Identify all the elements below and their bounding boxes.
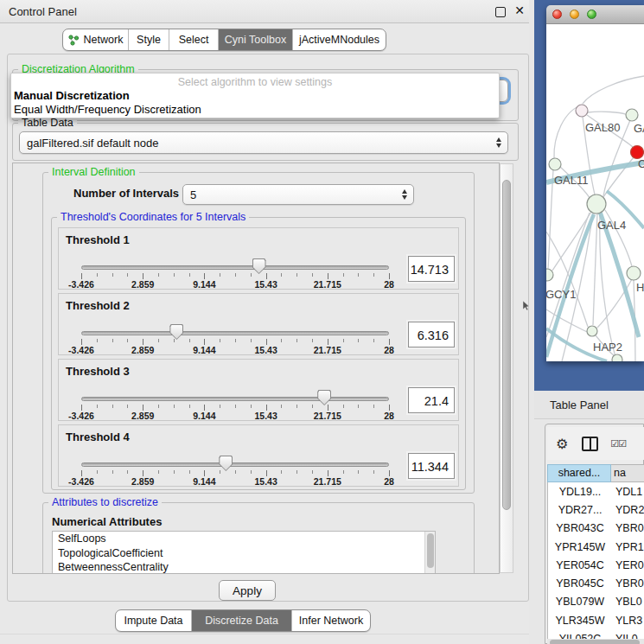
cell-name: YIL0 — [612, 633, 644, 639]
split-view-icon[interactable] — [582, 437, 598, 451]
tab-network[interactable]: Network — [63, 29, 129, 50]
slider-track[interactable] — [81, 265, 389, 270]
tick-label: 15.43 — [254, 345, 277, 355]
table-row[interactable]: YPR145WYPR1 — [548, 538, 644, 556]
number-of-intervals-combo[interactable]: 5 — [182, 184, 414, 205]
tick-label: 21.715 — [314, 345, 341, 355]
float-icon[interactable] — [495, 7, 506, 17]
attribute-item-topologicalcoefficient[interactable]: TopologicalCoefficient — [53, 546, 435, 561]
threshold-row: Threshold 2 -3.4262.8599.14415.4321.7152… — [58, 293, 459, 355]
network-edge[interactable] — [583, 76, 644, 104]
tab-label: Discretize Data — [205, 615, 278, 627]
threshold-value-box[interactable]: 14.713 — [408, 256, 455, 282]
slider-track[interactable] — [81, 462, 389, 467]
tab-impute-data[interactable]: Impute Data — [116, 610, 192, 631]
tick-label: 21.715 — [314, 411, 341, 421]
tick-label: -3.426 — [68, 476, 94, 487]
HAP2-node[interactable] — [587, 326, 597, 336]
tab-style[interactable]: Style — [129, 29, 169, 50]
network-edge[interactable] — [548, 170, 553, 269]
tab-discretize-data[interactable]: Discretize Data — [192, 610, 292, 631]
popup-option-equal-width[interactable]: Equal Width/Frequency Discretization — [11, 103, 499, 117]
table-data-combo[interactable]: galFiltered.sif default node — [19, 131, 508, 154]
table-row[interactable]: YBR043CYBR0 — [548, 520, 644, 538]
zoom-traffic-light-icon[interactable] — [587, 10, 596, 19]
network-view[interactable]: GAL80GACGAL11GAL4GCY1HHAP2 — [546, 24, 644, 361]
cell-name: YBR0 — [612, 577, 644, 590]
tick-label: 2.859 — [131, 279, 154, 290]
tab-label: Network — [84, 34, 124, 46]
algorithm-dropdown-popup: Select algorithm to view settings Manual… — [10, 73, 500, 118]
slider-tick-labels: -3.4262.8599.14415.4321.71528 — [81, 411, 389, 421]
network-edge[interactable] — [588, 112, 626, 114]
interval-definition-title: Interval Definition — [48, 166, 139, 179]
tick-label: 9.144 — [193, 279, 215, 290]
node-label-hap2: HAP2 — [593, 341, 622, 354]
node[interactable] — [627, 266, 641, 280]
screen: Control Panel ✕ NetworkStyleSelectCyni T… — [0, 0, 644, 644]
node-label-gal4: GAL4 — [597, 219, 626, 232]
tick-label: 28 — [384, 279, 394, 290]
cell-shared-name: YBL079W — [548, 596, 612, 608]
table-data-combo-value: galFiltered.sif default node — [27, 137, 158, 150]
table-row[interactable]: YBR045CYBR0 — [548, 574, 644, 592]
tab-cyni-toolbox[interactable]: Cyni Toolbox — [219, 29, 293, 50]
thresholds-group-title: Threshold's Coordinates for 5 Intervals — [57, 211, 249, 224]
close-icon[interactable]: ✕ — [514, 3, 525, 17]
table-row[interactable]: YDL19...YDL1 — [548, 482, 644, 501]
table-row[interactable]: YDR27...YDR2 — [548, 501, 644, 519]
tick-label: 2.859 — [131, 411, 154, 421]
cell-shared-name: YIL052C — [548, 633, 612, 639]
GAL4-node[interactable] — [587, 194, 606, 214]
tab-select[interactable]: Select — [169, 29, 219, 50]
minimize-traffic-light-icon[interactable] — [570, 10, 579, 19]
GAL80-node[interactable] — [576, 105, 588, 117]
node[interactable] — [626, 109, 638, 121]
apply-button[interactable]: Apply — [219, 580, 276, 601]
table-row[interactable]: YLR345WYLR3 — [548, 611, 644, 629]
threshold-row: Threshold 3 -3.4262.8599.14415.4321.7152… — [58, 359, 459, 421]
tab-infer-network[interactable]: Infer Network — [292, 610, 370, 631]
node[interactable] — [612, 354, 622, 361]
attribute-item-betweennesscentrality[interactable]: BetweennessCentrality — [53, 560, 435, 574]
gear-icon[interactable]: ⚙ — [556, 436, 568, 452]
numerical-attributes-list[interactable]: SelfLoopsTopologicalCoefficientBetweenne… — [52, 531, 436, 574]
list-scrollbar[interactable] — [424, 532, 435, 574]
threshold-label: Threshold 1 — [66, 233, 130, 246]
column-header-shared-name[interactable]: shared... — [547, 464, 611, 482]
select-columns-icon[interactable]: ☑☑ — [610, 438, 626, 450]
cell-name: YDL1 — [612, 486, 644, 498]
slider-track[interactable] — [81, 397, 389, 401]
slider-thumb[interactable] — [219, 456, 233, 471]
threshold-value-box[interactable]: 21.4 — [408, 387, 455, 413]
network-window-titlebar[interactable] — [546, 5, 644, 24]
panel-scrollbar-thumb[interactable] — [502, 180, 511, 510]
column-header-name[interactable]: na — [611, 464, 644, 482]
slider-track[interactable] — [81, 331, 389, 335]
table-row[interactable]: YIL052CYIL0 — [548, 629, 644, 639]
tick-label: -3.426 — [68, 279, 94, 290]
slider-thumb[interactable] — [252, 258, 266, 274]
cell-shared-name: YPR145W — [548, 541, 612, 553]
slider-thumb[interactable] — [317, 390, 331, 405]
threshold-value-box[interactable]: 6.316 — [408, 322, 455, 348]
panel-scrollbar[interactable] — [500, 163, 513, 573]
node-label-c: C — [638, 157, 644, 170]
cell-name: YBR0 — [612, 522, 644, 534]
threshold-value-box[interactable]: 11.344 — [408, 453, 455, 479]
threshold-label: Threshold 3 — [66, 365, 130, 378]
attribute-item-selfloops[interactable]: SelfLoops — [53, 532, 435, 546]
settings-scroll-panel: Interval Definition Number of Intervals … — [12, 163, 500, 574]
table-row[interactable]: YER054CYER0 — [548, 556, 644, 574]
tab-jactivemnodules[interactable]: jActiveMNodules — [293, 29, 386, 50]
tick-label: -3.426 — [68, 345, 94, 355]
tab-label: Cyni Toolbox — [225, 34, 286, 46]
table-row[interactable]: YBL079WYBL0 — [548, 593, 644, 611]
close-traffic-light-icon[interactable] — [552, 10, 562, 19]
slider-thumb[interactable] — [169, 324, 183, 340]
table-hscrollbar[interactable] — [547, 639, 644, 644]
popup-option-manual[interactable]: Manual Discretization — [11, 89, 499, 103]
threshold-row: Threshold 1 -3.4262.8599.14415.4321.7152… — [58, 227, 459, 290]
node[interactable] — [549, 158, 561, 170]
node[interactable] — [546, 269, 553, 281]
